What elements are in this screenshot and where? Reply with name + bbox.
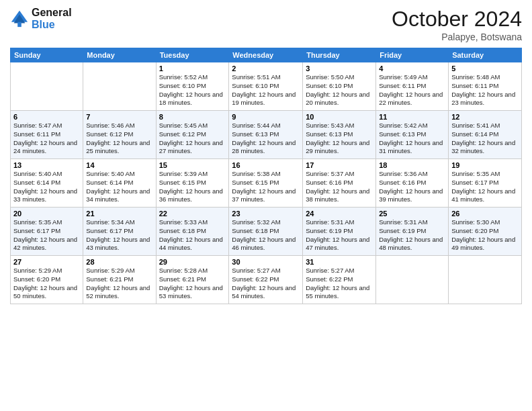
day-info: Sunrise: 5:35 AM Sunset: 6:17 PM Dayligh… (451, 170, 519, 204)
table-row: 7Sunrise: 5:46 AM Sunset: 6:12 PM Daylig… (83, 111, 156, 159)
table-row: 22Sunrise: 5:33 AM Sunset: 6:18 PM Dayli… (156, 208, 229, 256)
day-info: Sunrise: 5:29 AM Sunset: 6:20 PM Dayligh… (13, 267, 80, 301)
day-number: 17 (306, 161, 373, 169)
table-row: 15Sunrise: 5:39 AM Sunset: 6:15 PM Dayli… (156, 159, 229, 208)
day-info: Sunrise: 5:31 AM Sunset: 6:19 PM Dayligh… (379, 218, 445, 253)
day-info: Sunrise: 5:51 AM Sunset: 6:10 PM Dayligh… (232, 73, 300, 107)
col-wednesday: Wednesday (229, 48, 303, 62)
day-number: 10 (306, 113, 373, 121)
day-number: 20 (13, 210, 80, 218)
day-info: Sunrise: 5:28 AM Sunset: 6:21 PM Dayligh… (159, 267, 226, 301)
table-row: 18Sunrise: 5:36 AM Sunset: 6:16 PM Dayli… (376, 159, 449, 208)
location: Palapye, Botswana (392, 32, 522, 42)
col-monday: Monday (83, 48, 156, 62)
day-number: 4 (379, 64, 445, 73)
day-number: 27 (13, 258, 80, 266)
day-info: Sunrise: 5:31 AM Sunset: 6:19 PM Dayligh… (306, 218, 373, 253)
day-number: 2 (232, 64, 300, 73)
logo-icon (10, 9, 29, 28)
table-row: 5Sunrise: 5:48 AM Sunset: 6:11 PM Daylig… (449, 62, 522, 111)
table-row: 21Sunrise: 5:34 AM Sunset: 6:17 PM Dayli… (83, 208, 156, 256)
day-info: Sunrise: 5:40 AM Sunset: 6:14 PM Dayligh… (86, 170, 152, 204)
calendar-week-row: 27Sunrise: 5:29 AM Sunset: 6:20 PM Dayli… (11, 256, 522, 304)
day-info: Sunrise: 5:29 AM Sunset: 6:21 PM Dayligh… (86, 267, 152, 301)
day-info: Sunrise: 5:48 AM Sunset: 6:11 PM Dayligh… (451, 73, 519, 107)
table-row: 11Sunrise: 5:42 AM Sunset: 6:13 PM Dayli… (376, 111, 449, 159)
day-info: Sunrise: 5:41 AM Sunset: 6:14 PM Dayligh… (451, 122, 519, 156)
day-info: Sunrise: 5:30 AM Sunset: 6:20 PM Dayligh… (451, 218, 519, 253)
logo: General Blue (10, 7, 72, 30)
day-info: Sunrise: 5:38 AM Sunset: 6:15 PM Dayligh… (232, 170, 300, 204)
day-number: 31 (306, 258, 373, 266)
day-info: Sunrise: 5:44 AM Sunset: 6:13 PM Dayligh… (232, 122, 300, 156)
day-number: 11 (379, 113, 445, 121)
day-info: Sunrise: 5:34 AM Sunset: 6:17 PM Dayligh… (86, 218, 152, 253)
page: General Blue October 2024 Palapye, Botsw… (0, 0, 532, 411)
day-number: 5 (451, 64, 519, 73)
calendar: Sunday Monday Tuesday Wednesday Thursday… (10, 48, 522, 304)
day-number: 23 (232, 210, 300, 218)
day-number: 8 (159, 113, 226, 121)
col-sunday: Sunday (11, 48, 83, 62)
title-block: October 2024 Palapye, Botswana (392, 7, 522, 42)
table-row: 10Sunrise: 5:43 AM Sunset: 6:13 PM Dayli… (303, 111, 376, 159)
table-row: 30Sunrise: 5:27 AM Sunset: 6:22 PM Dayli… (229, 256, 303, 304)
table-row: 12Sunrise: 5:41 AM Sunset: 6:14 PM Dayli… (449, 111, 522, 159)
day-number: 9 (232, 113, 300, 121)
day-number: 15 (159, 161, 226, 169)
month-title: October 2024 (392, 7, 522, 32)
day-number: 28 (86, 258, 152, 266)
table-row: 29Sunrise: 5:28 AM Sunset: 6:21 PM Dayli… (156, 256, 229, 304)
header: General Blue October 2024 Palapye, Botsw… (10, 7, 522, 42)
calendar-week-row: 6Sunrise: 5:47 AM Sunset: 6:11 PM Daylig… (11, 111, 522, 159)
table-row: 4Sunrise: 5:49 AM Sunset: 6:11 PM Daylig… (376, 62, 449, 111)
table-row: 16Sunrise: 5:38 AM Sunset: 6:15 PM Dayli… (229, 159, 303, 208)
col-thursday: Thursday (303, 48, 376, 62)
day-number: 12 (451, 113, 519, 121)
day-number: 7 (86, 113, 152, 121)
table-row: 25Sunrise: 5:31 AM Sunset: 6:19 PM Dayli… (376, 208, 449, 256)
table-row: 23Sunrise: 5:32 AM Sunset: 6:18 PM Dayli… (229, 208, 303, 256)
day-info: Sunrise: 5:52 AM Sunset: 6:10 PM Dayligh… (159, 73, 226, 107)
table-row: 31Sunrise: 5:27 AM Sunset: 6:22 PM Dayli… (303, 256, 376, 304)
day-number: 22 (159, 210, 226, 218)
day-info: Sunrise: 5:46 AM Sunset: 6:12 PM Dayligh… (86, 122, 152, 156)
day-number: 25 (379, 210, 445, 218)
day-number: 18 (379, 161, 445, 169)
day-number: 19 (451, 161, 519, 169)
table-row: 3Sunrise: 5:50 AM Sunset: 6:10 PM Daylig… (303, 62, 376, 111)
svg-rect-2 (17, 21, 21, 26)
day-info: Sunrise: 5:27 AM Sunset: 6:22 PM Dayligh… (232, 267, 300, 301)
day-number: 16 (232, 161, 300, 169)
table-row: 19Sunrise: 5:35 AM Sunset: 6:17 PM Dayli… (449, 159, 522, 208)
table-row: 17Sunrise: 5:37 AM Sunset: 6:16 PM Dayli… (303, 159, 376, 208)
col-tuesday: Tuesday (156, 48, 229, 62)
logo-text: General Blue (32, 7, 72, 30)
table-row (11, 62, 83, 111)
table-row: 24Sunrise: 5:31 AM Sunset: 6:19 PM Dayli… (303, 208, 376, 256)
day-info: Sunrise: 5:50 AM Sunset: 6:10 PM Dayligh… (306, 73, 373, 107)
day-info: Sunrise: 5:32 AM Sunset: 6:18 PM Dayligh… (232, 218, 300, 253)
table-row (83, 62, 156, 111)
day-number: 1 (159, 64, 226, 73)
table-row: 1Sunrise: 5:52 AM Sunset: 6:10 PM Daylig… (156, 62, 229, 111)
day-number: 13 (13, 161, 80, 169)
table-row: 20Sunrise: 5:35 AM Sunset: 6:17 PM Dayli… (11, 208, 83, 256)
calendar-week-row: 13Sunrise: 5:40 AM Sunset: 6:14 PM Dayli… (11, 159, 522, 208)
day-number: 3 (306, 64, 373, 73)
day-info: Sunrise: 5:43 AM Sunset: 6:13 PM Dayligh… (306, 122, 373, 156)
day-number: 24 (306, 210, 373, 218)
day-number: 14 (86, 161, 152, 169)
calendar-week-row: 20Sunrise: 5:35 AM Sunset: 6:17 PM Dayli… (11, 208, 522, 256)
table-row: 9Sunrise: 5:44 AM Sunset: 6:13 PM Daylig… (229, 111, 303, 159)
day-info: Sunrise: 5:27 AM Sunset: 6:22 PM Dayligh… (306, 267, 373, 301)
table-row: 6Sunrise: 5:47 AM Sunset: 6:11 PM Daylig… (11, 111, 83, 159)
day-info: Sunrise: 5:47 AM Sunset: 6:11 PM Dayligh… (13, 122, 80, 156)
day-info: Sunrise: 5:36 AM Sunset: 6:16 PM Dayligh… (379, 170, 445, 204)
calendar-week-row: 1Sunrise: 5:52 AM Sunset: 6:10 PM Daylig… (11, 62, 522, 111)
col-friday: Friday (376, 48, 449, 62)
table-row (376, 256, 449, 304)
table-row: 8Sunrise: 5:45 AM Sunset: 6:12 PM Daylig… (156, 111, 229, 159)
day-info: Sunrise: 5:33 AM Sunset: 6:18 PM Dayligh… (159, 218, 226, 253)
day-number: 6 (13, 113, 80, 121)
